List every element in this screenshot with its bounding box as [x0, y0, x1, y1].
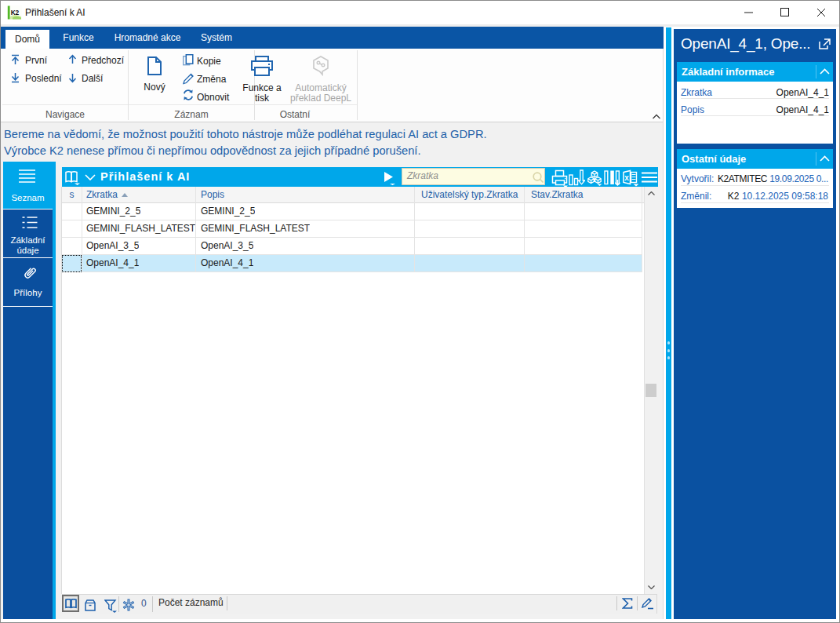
svg-text:x: x [624, 173, 629, 182]
svg-text:K2: K2 [11, 9, 20, 16]
